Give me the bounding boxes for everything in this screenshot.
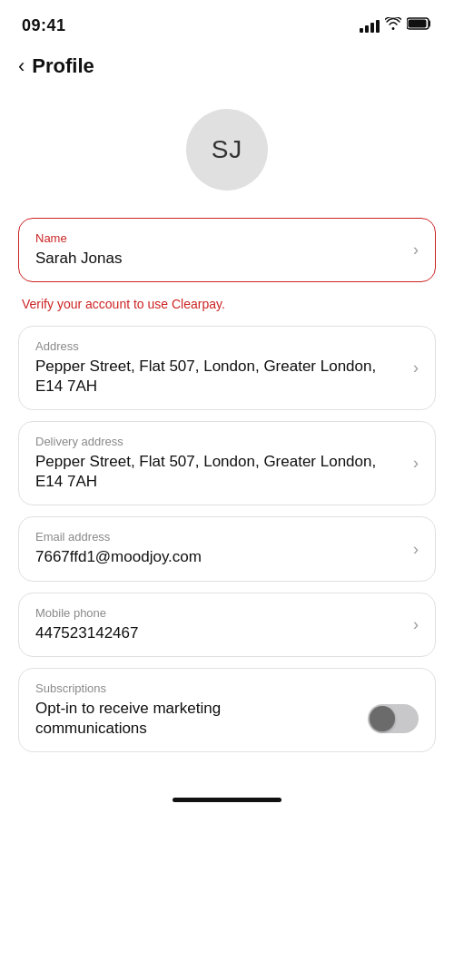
email-chevron-icon: ›: [413, 540, 419, 559]
name-value: Sarah Jonas: [35, 249, 406, 269]
avatar: SJ: [186, 109, 268, 191]
subscriptions-label: Subscriptions: [35, 681, 419, 695]
header: ‹ Profile: [0, 45, 454, 91]
form-section: Name Sarah Jonas › Verify your account t…: [0, 218, 454, 752]
delivery-address-field[interactable]: Delivery address Pepper Street, Flat 507…: [18, 421, 436, 505]
signal-icon: [360, 18, 380, 33]
delivery-address-chevron-icon: ›: [413, 454, 419, 473]
wifi-icon: [385, 17, 401, 34]
email-content: Email address 7667ffd1@moodjoy.com: [35, 530, 406, 567]
address-value: Pepper Street, Flat 507, London, Greater…: [35, 357, 406, 397]
mobile-chevron-icon: ›: [413, 615, 419, 634]
battery-icon: [407, 17, 432, 34]
subscriptions-content: Subscriptions Opt-in to receive marketin…: [35, 681, 419, 739]
name-label: Name: [35, 231, 406, 245]
name-chevron-icon: ›: [413, 240, 419, 260]
toggle-track: [368, 704, 419, 733]
name-content: Name Sarah Jonas: [35, 231, 406, 269]
toggle-thumb: [370, 706, 395, 731]
subscriptions-field: Subscriptions Opt-in to receive marketin…: [18, 668, 436, 752]
mobile-content: Mobile phone 447523142467: [35, 606, 406, 643]
status-icons: [360, 17, 432, 34]
status-time: 09:41: [22, 16, 66, 35]
email-label: Email address: [35, 530, 406, 544]
address-label: Address: [35, 339, 406, 353]
page-title: Profile: [32, 54, 94, 78]
toggle-row: Opt-in to receive marketing communicatio…: [35, 699, 419, 739]
mobile-value: 447523142467: [35, 623, 406, 643]
home-bar: [173, 798, 281, 802]
delivery-address-label: Delivery address: [35, 435, 406, 448]
avatar-section: SJ: [0, 91, 454, 218]
mobile-field[interactable]: Mobile phone 447523142467 ›: [18, 593, 436, 657]
address-content: Address Pepper Street, Flat 507, London,…: [35, 339, 406, 397]
address-field[interactable]: Address Pepper Street, Flat 507, London,…: [18, 326, 436, 410]
home-indicator: [0, 779, 454, 811]
email-value: 7667ffd1@moodjoy.com: [35, 547, 406, 567]
status-bar: 09:41: [0, 0, 454, 45]
svg-rect-1: [409, 20, 427, 28]
mobile-label: Mobile phone: [35, 606, 406, 620]
verify-message: Verify your account to use Clearpay.: [18, 293, 436, 326]
delivery-address-value: Pepper Street, Flat 507, London, Greater…: [35, 452, 406, 492]
delivery-address-content: Delivery address Pepper Street, Flat 507…: [35, 435, 406, 492]
subscriptions-toggle-label: Opt-in to receive marketing communicatio…: [35, 699, 271, 739]
name-field[interactable]: Name Sarah Jonas ›: [18, 218, 436, 282]
address-chevron-icon: ›: [413, 358, 419, 377]
back-button[interactable]: ‹: [18, 56, 25, 76]
email-field[interactable]: Email address 7667ffd1@moodjoy.com ›: [18, 516, 436, 581]
subscriptions-toggle[interactable]: [368, 704, 419, 733]
